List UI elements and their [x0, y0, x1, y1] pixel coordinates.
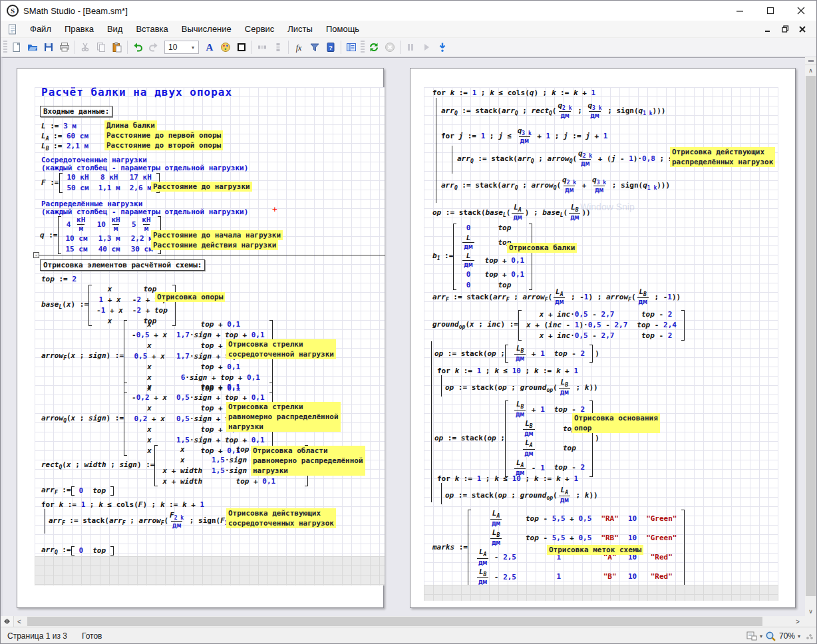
menu-item-2[interactable]: Правка [58, 21, 100, 37]
open-file-button[interactable] [25, 39, 41, 55]
math-region[interactable]: LB := 2,1 м [41, 142, 88, 152]
font-size-dropdown-icon[interactable]: ▾ [188, 41, 198, 53]
step-button[interactable] [434, 39, 450, 55]
redo-button [146, 39, 162, 55]
sheet-title[interactable]: Расчёт балки на двух опорах [41, 86, 232, 98]
boxed-label[interactable]: Отрисовка элементов расчётной схемы: [40, 259, 205, 271]
menu-item-8[interactable]: Помощь [319, 21, 366, 37]
scroll-left-arrow[interactable]: < [14, 616, 25, 627]
comment-label[interactable]: Расстояние действия нагрузки [151, 240, 278, 250]
math-region[interactable]: op := stack(op ; groundop(LAдм ; k)) [445, 486, 598, 504]
math-region-matrix[interactable]: F := 10 кН8 кН17 кН50 см1,1 м2,6 м [41, 172, 160, 194]
new-document-button[interactable] [9, 39, 25, 55]
insert-filter-button[interactable] [307, 39, 323, 55]
comment-label[interactable]: Отрисовка меток схемы [547, 545, 643, 555]
scroll-down-arrow[interactable]: ∨ [805, 606, 816, 616]
resize-grip[interactable] [806, 632, 814, 640]
comment-label[interactable]: Отрисовка основанияопор [572, 413, 660, 433]
comment-label[interactable]: Расстояние до первой опоры [104, 130, 223, 140]
split-pane-button[interactable] [1, 616, 14, 627]
font-color-button[interactable]: A [202, 39, 218, 55]
child-minimize-button[interactable] [759, 23, 776, 36]
comment-label[interactable]: Расстояние до начала нагрузки [151, 230, 283, 240]
menu-item-3[interactable]: Вид [100, 21, 130, 37]
reference-book-button[interactable]: ? [323, 39, 339, 55]
redo-icon [148, 42, 159, 53]
math-region[interactable]: op := stack(baseL(LAдм) ; baseL(LBдм)) [432, 204, 591, 222]
math-region[interactable]: op := stack(op ; groundop(LBдм ; k)) [445, 379, 598, 397]
math-region[interactable]: for k := 1 ; k ≤ cols(F) ; k := k + 1 [41, 500, 204, 510]
comment-label[interactable]: Расстояние до нагрузки [151, 182, 252, 192]
math-region[interactable]: arrF := stack(arrF ; arrowF(F2 kдм ; sig… [49, 512, 247, 530]
zoom-level[interactable]: 70% [779, 631, 795, 641]
math-region[interactable]: for k := 1 ; k ≤ cols(q) ; k := k + 1 [432, 88, 595, 98]
comment-label[interactable]: Отрисовка областиравномерно распределённ… [251, 446, 365, 476]
math-region-matrix[interactable]: groundop(x ; inc) := x + inc·0,5 - 2,7to… [432, 309, 685, 341]
menu-item-7[interactable]: Листы [281, 21, 319, 37]
comment-label[interactable]: Отрисовка опоры [155, 292, 225, 302]
vertical-scroll-thumb[interactable] [806, 76, 816, 596]
split-view-handle[interactable] [805, 57, 816, 65]
math-region-matrix[interactable]: op := stack(op ; LBдм + 1top - 2) [434, 344, 599, 363]
comment-label[interactable]: Расстояние до второй опоры [104, 140, 223, 150]
zoom-dropdown[interactable]: ▾ [798, 633, 800, 639]
scroll-right-arrow[interactable]: > [792, 616, 803, 627]
collapse-icon[interactable]: - [33, 252, 39, 258]
loop-body-line [441, 375, 442, 397]
menu-item-4[interactable]: Вставка [129, 21, 174, 37]
section-header[interactable]: (каждый столбец - параметры отдельной на… [41, 164, 248, 172]
close-button[interactable] [786, 1, 816, 21]
math-region-matrix[interactable]: arrF := 0top [41, 486, 114, 496]
worksheet-page-2[interactable]: for k := 1 ; k ≤ cols(q) ; k := k + 1arr… [410, 68, 796, 608]
scroll-up-arrow[interactable]: ∧ [805, 65, 816, 75]
math-region[interactable]: for k := 1 ; k ≤ 10 ; k := k + 1 [437, 367, 578, 376]
math-region-matrix[interactable]: op := stack(op ; LBдм + 1top - 2LBдмtopL… [434, 400, 599, 478]
math-region[interactable]: LA := 60 см [41, 132, 88, 142]
math-region[interactable]: arrQ := stack(arrQ ; rectQ(q2 kдм ; q3 k… [441, 102, 665, 120]
show-panels-button[interactable] [343, 39, 359, 55]
child-restore-button[interactable] [776, 23, 794, 36]
boxed-label[interactable]: Входные данные: [40, 106, 112, 117]
page-layout-icon[interactable] [746, 631, 757, 641]
toolbar-grip[interactable] [361, 41, 365, 54]
math-region[interactable]: arrQ := stack(arrQ ; arrowQ(q2 kдм + q3 … [441, 176, 670, 194]
comment-label[interactable]: Отрисовка стрелкисосредоточенной нагрузк… [226, 339, 336, 359]
math-region-matrix[interactable]: arrQ := 0top [41, 546, 114, 556]
comment-label[interactable]: Отрисовка действующихсосредоточенных наг… [226, 508, 336, 528]
area-separator[interactable]: - [33, 252, 385, 258]
comment-label[interactable]: Длина балки [104, 120, 157, 130]
math-region-matrix[interactable]: b1 := 0topLдмtopLдмtop + 0,10top + 0,10t… [432, 223, 532, 291]
font-size-combo[interactable]: 10▾ [164, 41, 199, 54]
menu-item-6[interactable]: Сервис [238, 21, 281, 37]
border-button[interactable] [234, 39, 249, 55]
insert-function-button[interactable]: fx [291, 39, 307, 55]
worksheet-page-1[interactable]: Расчёт балки на двух опорахВходные данны… [17, 68, 384, 608]
toolbar-grip[interactable] [3, 41, 7, 54]
horizontal-scrollbar[interactable]: < > [1, 616, 817, 627]
math-region[interactable]: L := 3 м [41, 122, 77, 131]
paste-button[interactable] [109, 39, 125, 55]
recalculate-button[interactable] [366, 39, 382, 55]
print-button[interactable] [57, 39, 73, 55]
comment-label[interactable]: Отрисовка балки [507, 243, 577, 253]
menu-item-5[interactable]: Вычисление [175, 21, 238, 37]
comment-label[interactable]: Отрисовка стрелкиравномерно распределённ… [226, 402, 341, 432]
vertical-scrollbar[interactable]: ∧ ∨ [805, 57, 816, 616]
menu-item-1[interactable]: Файл [23, 21, 58, 37]
math-region[interactable]: arrF := stack(arrF ; arrowF(LAдм ; -1) ;… [432, 288, 681, 306]
undo-button[interactable] [130, 39, 146, 55]
maximize-button[interactable] [755, 1, 786, 21]
math-region[interactable]: for j := 1 ; j ≤ q3 kдм + 1 ; j := j + 1 [441, 127, 607, 145]
worksheet-area[interactable]: Расчёт балки на двух опорахВходные данны… [1, 57, 817, 616]
math-region[interactable]: top := 2 [41, 275, 77, 284]
background-color-button[interactable] [218, 39, 234, 55]
minimize-button[interactable] [725, 1, 755, 21]
zoom-icon[interactable] [765, 631, 776, 642]
math-region-matrix[interactable]: q := 4 кНм10 кНм5 кНм10 см1,3 м2,2 м15 с… [40, 216, 161, 255]
horizontal-scroll-thumb[interactable] [27, 617, 762, 626]
math-region[interactable]: for k := 1 ; k ≤ 10 ; k := k + 1 [437, 474, 578, 484]
save-file-button[interactable] [41, 39, 57, 55]
page-layout-dropdown[interactable]: ▾ [760, 633, 762, 639]
child-close-button[interactable] [794, 23, 811, 36]
comment-label[interactable]: Отрисовка действующихраспределённых нагр… [670, 147, 775, 167]
